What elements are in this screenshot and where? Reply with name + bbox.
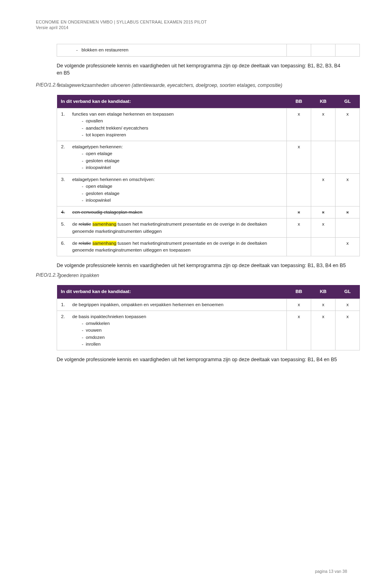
dash-icon: - (79, 197, 86, 204)
r1-kb: x (311, 108, 336, 141)
r3-sub2: gesloten etalage (86, 191, 119, 196)
dash-icon: - (79, 341, 86, 348)
r4-bb: x (287, 206, 311, 218)
th-bb: BB (287, 95, 311, 108)
r6-pre: de (72, 241, 79, 246)
th-kb: KB (311, 95, 336, 108)
r3-num: 3. (57, 174, 70, 206)
table-row-1: 1. de begrippen inpakken, ompakken en ve… (57, 299, 360, 311)
t127-r1-num: 1. (57, 299, 70, 311)
t127-r2-sub4: inrollen (86, 342, 101, 346)
dash-icon: - (79, 164, 86, 171)
r1-bb: x (287, 108, 311, 141)
r2-bb: x (287, 141, 311, 174)
table-row-4: 4. een eenvoudig etalageplan maken x x x (57, 206, 360, 218)
r1-sub3: tot kopen inspireren (86, 132, 126, 137)
table-row-1: 1. functies van een etalage herkennen en… (57, 108, 360, 141)
r4-gl: x (336, 206, 360, 218)
table-row-5: 5. de relatie samenhang tussen het marke… (57, 218, 360, 238)
r5-gl (336, 218, 360, 238)
r2-text: etalagetypen herkennen: (72, 144, 123, 149)
r6-gl: x (336, 237, 360, 256)
r6-highlight: samenhang (93, 241, 116, 246)
dash-icon: - (74, 47, 80, 53)
r6-kb (311, 237, 336, 256)
table-header-row: In dit verband kan de kandidaat: BB KB G… (57, 285, 360, 299)
t127-r2-desc: de basis inpaktechnieken toepassen -omwi… (70, 311, 287, 350)
header-line-1: ECONOMIE EN ONDERNEMEN VMBO | SYLLABUS C… (36, 19, 347, 25)
section-126-heading: P/EO/1.2.6 etalagewerkzaamheden uitvoere… (57, 82, 347, 89)
page-content: - blokken en restaureren De volgende pro… (36, 44, 347, 363)
r1-desc: functies van een etalage herkennen en to… (70, 108, 287, 141)
r2-sub3: inloopwinkel (86, 165, 111, 170)
table-row-2: 2. etalagetypen herkennen: -open etalage… (57, 141, 360, 174)
r3-sub3: inloopwinkel (86, 198, 111, 203)
table-row-2: 2. de basis inpaktechnieken toepassen -o… (57, 311, 360, 350)
th-gl: GL (336, 285, 360, 299)
th-gl: GL (336, 95, 360, 108)
r3-kb: x (311, 174, 336, 206)
t127-r2-sub3: omdozen (86, 335, 105, 340)
r5-highlight: samenhang (93, 222, 116, 226)
page: ECONOMIE EN ONDERNEMEN VMBO | SYLLABUS C… (0, 0, 383, 588)
r3-sub1: open etalage (86, 184, 113, 189)
pre-bb (287, 44, 311, 56)
r1-num: 1. (57, 108, 70, 141)
pre-dash-cell (57, 44, 70, 56)
table-127: In dit verband kan de kandidaat: BB KB G… (57, 285, 360, 350)
dash-icon: - (79, 118, 86, 124)
r5-pre: de (72, 222, 79, 226)
t127-r2-text: de basis inpaktechnieken toepassen (72, 314, 146, 319)
r1-sub1: opvallen (86, 118, 103, 123)
dash-icon: - (79, 150, 86, 157)
r5-desc: de relatie samenhang tussen het marketin… (70, 218, 287, 238)
dash-icon: - (79, 327, 86, 334)
r4-kb: x (311, 206, 336, 218)
pre-gl (336, 44, 360, 56)
header-line-2: Versie april 2014 (36, 25, 347, 30)
page-header: ECONOMIE EN ONDERNEMEN VMBO | SYLLABUS C… (36, 19, 347, 30)
section-126-code: P/EO/1.2.6 (36, 82, 57, 88)
r1-sub2: aandacht trekken/ eyecatchers (86, 126, 148, 130)
page-footer: pagina 13 van 38 (315, 569, 347, 574)
r3-text: etalagetypen herkennen en omschrijven: (72, 177, 155, 182)
th-bb: BB (287, 285, 311, 299)
section-127-code: P/EO/1.2.7 (36, 272, 57, 278)
th-kb: KB (311, 285, 336, 299)
dash-icon: - (79, 125, 86, 132)
table-126: In dit verband kan de kandidaat: BB KB G… (57, 95, 360, 257)
t127-r1-text: de begrippen inpakken, ompakken en verpa… (72, 302, 223, 307)
th-label: In dit verband kan de kandidaat: (57, 95, 287, 108)
dash-icon: - (79, 334, 86, 341)
table-row-3: 3. etalagetypen herkennen en omschrijven… (57, 174, 360, 206)
r3-bb (287, 174, 311, 206)
t127-r1-desc: de begrippen inpakken, ompakken en verpa… (70, 299, 287, 311)
dash-icon: - (79, 320, 86, 327)
dash-icon: - (79, 190, 86, 197)
end-paragraph: De volgende professionele kennis en vaar… (57, 356, 347, 363)
r2-kb (311, 141, 336, 174)
t127-r2-gl: x (336, 311, 360, 350)
preblock-table: - blokken en restaureren (57, 44, 360, 56)
mid-paragraph: De volgende professionele kennis en vaar… (57, 262, 347, 269)
t127-r2-sub1: omwikkelen (86, 321, 110, 326)
t127-r1-bb: x (287, 299, 311, 311)
th-label: In dit verband kan de kandidaat: (57, 285, 287, 299)
table-header-row: In dit verband kan de kandidaat: BB KB G… (57, 95, 360, 108)
r4-text: een eenvoudig etalageplan maken (72, 210, 142, 214)
t127-r1-kb: x (311, 299, 336, 311)
table-row-6: 6. de relatie samenhang tussen het marke… (57, 237, 360, 256)
dash-icon: - (79, 157, 86, 164)
t127-r2-num: 2. (57, 311, 70, 350)
r6-strike: relatie (79, 241, 91, 246)
t127-r2-kb: x (311, 311, 336, 350)
r2-desc: etalagetypen herkennen: -open etalage -g… (70, 141, 287, 174)
r6-num: 6. (57, 237, 70, 256)
r2-sub1: open etalage (86, 151, 113, 156)
preblock-bullet-1: blokken en restaureren (81, 47, 128, 52)
dash-icon: - (79, 183, 86, 190)
r6-bb (287, 237, 311, 256)
preblock-paragraph: De volgende professionele kennis en vaar… (57, 62, 347, 77)
r3-desc: etalagetypen herkennen en omschrijven: -… (70, 174, 287, 206)
r5-bb: x (287, 218, 311, 238)
